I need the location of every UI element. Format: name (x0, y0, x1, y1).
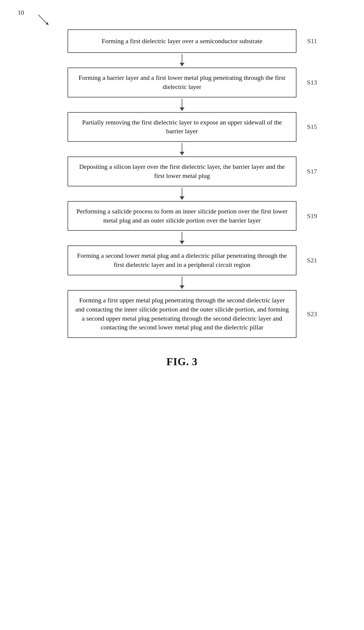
arrow-head-1 (180, 63, 184, 66)
step-label-s21: S21 (307, 257, 317, 264)
arrow-down-1 (180, 54, 184, 66)
arrow-down-2 (180, 99, 184, 111)
arrow-line-6 (182, 277, 182, 285)
step-box-s21: Forming a second lower metal plug and a … (68, 245, 296, 275)
arrow-down-6 (180, 277, 184, 289)
arrow-3 (18, 142, 346, 156)
step-box-s23: Forming a first upper metal plug penetra… (68, 290, 296, 338)
arrow-6 (18, 275, 346, 290)
arrow-line-1 (182, 54, 182, 63)
arrow-head-3 (180, 152, 184, 155)
step-row-s11: Forming a first dielectric layer over a … (18, 29, 346, 53)
step-box-s15: Partially removing the first dielectric … (68, 112, 296, 142)
step-row-s17: Depositing a silicon layer over the firs… (18, 156, 346, 186)
arrow-4 (18, 186, 346, 201)
fig-label: FIG. 3 (166, 356, 198, 368)
arrow-line-4 (182, 188, 182, 196)
step-label-s19: S19 (307, 212, 317, 220)
arrow-1 (18, 53, 346, 68)
step-box-s19: Performing a salicide process to form an… (68, 201, 296, 231)
flowchart: Forming a first dielectric layer over a … (18, 29, 346, 338)
arrow-head-6 (180, 285, 184, 289)
arrow-head-4 (180, 196, 184, 200)
step-row-s15: Partially removing the first dielectric … (18, 112, 346, 142)
arrow-down-4 (180, 188, 184, 200)
step-label-s13: S13 (307, 79, 317, 86)
arrow-line-5 (182, 232, 182, 241)
step-box-s11: Forming a first dielectric layer over a … (68, 29, 296, 53)
arrow-line-2 (182, 99, 182, 107)
step-row-s21: Forming a second lower metal plug and a … (18, 245, 346, 275)
arrow-5 (18, 231, 346, 245)
step-label-s11: S11 (307, 37, 317, 45)
step-row-s19: Performing a salicide process to form an… (18, 201, 346, 231)
diagram-label: 10 (18, 9, 24, 16)
arrow-2 (18, 97, 346, 112)
step-row-s23: Forming a first upper metal plug penetra… (18, 290, 346, 338)
step-box-s17: Depositing a silicon layer over the firs… (68, 156, 296, 186)
arrow-down-3 (180, 143, 184, 155)
arrow-line-3 (182, 143, 182, 152)
step-row-s13: Forming a barrier layer and a first lowe… (18, 68, 346, 97)
arrow-down-5 (180, 232, 184, 244)
arrow-head-2 (180, 107, 184, 111)
step-label-s23: S23 (307, 310, 317, 318)
step-label-s17: S17 (307, 168, 317, 175)
step-label-s15: S15 (307, 123, 317, 131)
arrow-head-5 (180, 241, 184, 244)
step-box-s13: Forming a barrier layer and a first lowe… (68, 68, 296, 97)
